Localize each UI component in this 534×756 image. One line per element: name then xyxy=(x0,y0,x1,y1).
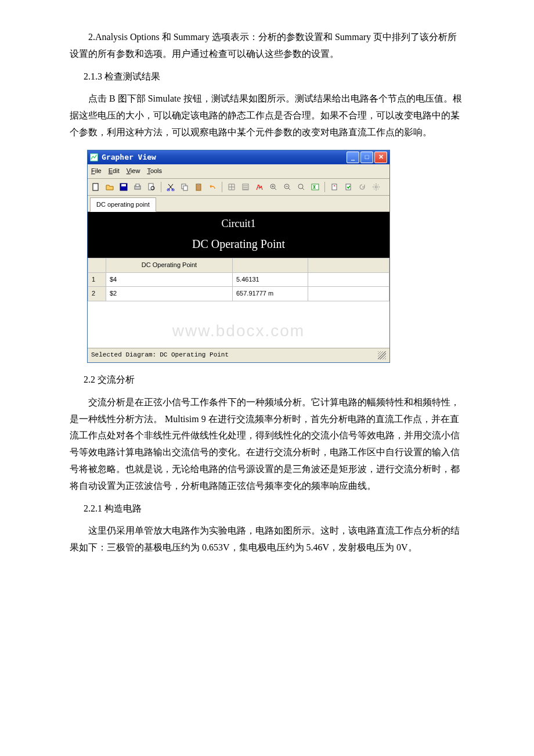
cursor-icon[interactable] xyxy=(254,181,265,193)
column-header-node: DC Operating Point xyxy=(106,258,233,272)
heading-2-2: 2.2 交流分析 xyxy=(70,372,464,388)
menu-tools[interactable]: Tools xyxy=(147,165,162,177)
column-header-blank xyxy=(308,258,389,272)
settings-icon[interactable] xyxy=(370,181,382,193)
refresh-icon[interactable] xyxy=(356,181,368,193)
toolbar-separator xyxy=(222,182,222,192)
cell-value: 657.91777 m xyxy=(232,287,308,301)
svg-rect-1 xyxy=(93,183,98,190)
zoom-fit-icon[interactable] xyxy=(295,181,307,193)
cell-node: $4 xyxy=(106,272,233,287)
apply-icon[interactable] xyxy=(342,181,354,193)
cell-value: 5.46131 xyxy=(232,272,308,287)
maximize-button[interactable]: □ xyxy=(360,152,373,163)
heading-2-1-3: 2.1.3 检查测试结果 xyxy=(70,69,464,85)
legend-icon[interactable] xyxy=(240,181,251,193)
toolbar-separator xyxy=(161,182,161,192)
row-number: 1 xyxy=(88,272,106,287)
svg-rect-19 xyxy=(332,184,337,190)
zoom-out-icon[interactable] xyxy=(282,181,293,193)
toolbar xyxy=(88,179,389,196)
results-table: DC Operating Point 1 $4 5.46131 2 $2 657… xyxy=(88,258,389,301)
svg-rect-11 xyxy=(183,186,187,190)
row-number-header xyxy=(88,258,106,272)
watermark-text: www.bdocx.com xyxy=(172,316,305,345)
svg-rect-3 xyxy=(121,184,126,186)
tab-strip: DC operating point xyxy=(88,196,389,213)
cell-blank xyxy=(308,272,389,287)
minimize-button[interactable]: ‗ xyxy=(347,152,359,163)
close-button[interactable]: ✕ xyxy=(374,152,387,163)
menu-edit[interactable]: Edit xyxy=(109,165,120,177)
menu-bar: File Edit View Tools xyxy=(88,164,389,179)
column-header-value xyxy=(232,258,308,272)
svg-rect-12 xyxy=(196,184,201,190)
copy-icon[interactable] xyxy=(179,181,190,193)
window-title: Grapher View xyxy=(102,150,347,164)
status-label: Selected Diagram: xyxy=(91,350,156,361)
grapher-view-window: Grapher View ‗ □ ✕ File Edit View Tools xyxy=(87,150,390,363)
menu-file[interactable]: File xyxy=(91,165,102,177)
svg-rect-5 xyxy=(136,184,139,186)
table-row[interactable]: 2 $2 657.91777 m xyxy=(88,287,389,301)
row-number: 2 xyxy=(88,287,106,301)
menu-view[interactable]: View xyxy=(127,165,140,177)
cell-node: $2 xyxy=(106,287,233,301)
paste-icon[interactable] xyxy=(193,181,204,193)
new-icon[interactable] xyxy=(90,181,102,193)
table-row[interactable]: 1 $4 5.46131 xyxy=(88,272,389,287)
paragraph-ac-analysis: 交流分析是在正弦小信号工作条件下的一种频域分析。它计算电路的幅频特性和相频特性，… xyxy=(70,394,464,495)
open-icon[interactable] xyxy=(104,181,116,193)
paragraph-construct-circuit: 这里仍采用单管放大电路作为实验电路，电路如图所示。这时，该电路直流工作点分析的结… xyxy=(70,523,464,556)
svg-rect-13 xyxy=(197,183,200,185)
paragraph-simulate-result: 点击 B 图下部 Simulate 按钮，测试结果如图所示。测试结果给出电路各个… xyxy=(70,91,464,141)
table-header-row: DC Operating Point xyxy=(88,258,389,272)
zoom-in-icon[interactable] xyxy=(268,181,279,193)
paragraph-analysis-options: 2.Analysis Options 和 Summary 选项表示：分析的参数设… xyxy=(70,29,464,63)
cut-icon[interactable] xyxy=(165,181,176,193)
chart-subtitle: DC Operating Point xyxy=(88,233,389,254)
cell-blank xyxy=(308,287,389,301)
print-icon[interactable] xyxy=(132,181,143,193)
tab-dc-operating-point[interactable]: DC operating point xyxy=(90,197,156,213)
svg-rect-18 xyxy=(312,184,319,190)
status-bar: Selected Diagram: DC Operating Point xyxy=(88,348,389,362)
svg-point-17 xyxy=(298,184,303,189)
chart-header: Circuit1 DC Operating Point xyxy=(88,212,389,257)
heading-2-2-1: 2.2.1 构造电路 xyxy=(70,501,464,517)
svg-point-20 xyxy=(334,185,335,186)
window-control-buttons: ‗ □ ✕ xyxy=(347,152,387,163)
preview-icon[interactable] xyxy=(146,181,157,193)
chart-title: Circuit1 xyxy=(88,214,389,233)
app-icon xyxy=(90,153,98,161)
svg-point-22 xyxy=(375,186,377,188)
toolbar-separator xyxy=(324,182,325,192)
resize-grip-icon[interactable] xyxy=(378,351,386,359)
window-titlebar[interactable]: Grapher View ‗ □ ✕ xyxy=(88,150,389,164)
status-value: DC Operating Point xyxy=(160,350,229,361)
properties-icon[interactable] xyxy=(329,181,340,193)
undo-icon[interactable] xyxy=(207,181,218,193)
grid-icon[interactable] xyxy=(226,181,237,193)
grapher-whitespace: www.bdocx.com xyxy=(88,301,389,348)
svg-rect-21 xyxy=(346,184,351,190)
save-icon[interactable] xyxy=(118,181,129,193)
excel-icon[interactable] xyxy=(309,181,321,193)
